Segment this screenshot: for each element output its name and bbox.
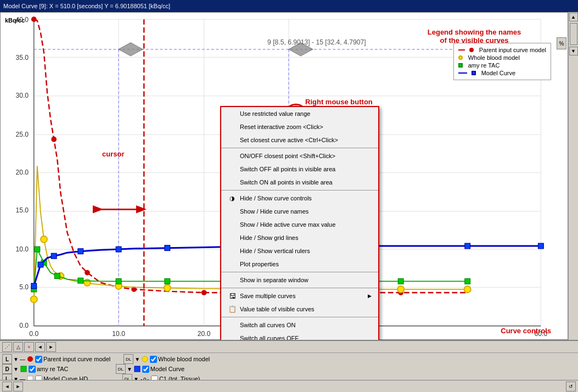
menu-separator-5 bbox=[221, 317, 378, 317]
svg-rect-54 bbox=[54, 273, 60, 279]
menu-switch-on-points[interactable]: Switch ON all points in visible area bbox=[221, 176, 378, 189]
svg-point-35 bbox=[51, 137, 57, 142]
svg-rect-55 bbox=[78, 278, 83, 283]
curve-type-L-1[interactable]: L bbox=[2, 354, 12, 364]
main-area: kBq/cc bbox=[0, 12, 578, 340]
menu-label-show-hide-max: Show / Hide active curve max value bbox=[240, 221, 335, 228]
svg-rect-61 bbox=[398, 279, 403, 284]
svg-text:20.0: 20.0 bbox=[198, 330, 211, 338]
curve-color-dot-red bbox=[26, 355, 34, 363]
svg-point-50 bbox=[464, 286, 471, 293]
svg-point-46 bbox=[164, 284, 171, 291]
menu-icon-empty11 bbox=[228, 260, 237, 268]
scroll-right-button[interactable]: ► bbox=[46, 342, 56, 352]
menu-switch-all-on[interactable]: Switch all curves ON bbox=[221, 318, 378, 332]
menu-save-multiple[interactable]: 🖫 Save multiple curves bbox=[221, 289, 378, 303]
menu-icon-empty5 bbox=[228, 165, 237, 173]
menu-separator-1 bbox=[221, 148, 378, 148]
curve-checkbox-c1[interactable] bbox=[151, 376, 158, 380]
menu-show-hide-max[interactable]: Show / Hide active curve max value bbox=[221, 218, 378, 231]
svg-text:10.0: 10.0 bbox=[112, 330, 125, 338]
curve-checkbox-parent[interactable] bbox=[35, 356, 42, 363]
curve-dl-1[interactable]: DL bbox=[124, 354, 133, 364]
svg-rect-66 bbox=[78, 249, 83, 254]
tool-btn-2[interactable]: △ bbox=[13, 342, 23, 352]
menu-icon-table: 📋 bbox=[228, 305, 237, 313]
svg-rect-87 bbox=[27, 376, 33, 380]
svg-point-34 bbox=[31, 16, 37, 22]
curve-checkbox-amy[interactable] bbox=[29, 366, 36, 373]
svg-rect-68 bbox=[165, 245, 170, 251]
svg-text:5.0: 5.0 bbox=[19, 283, 29, 291]
menu-icon-empty9 bbox=[228, 233, 237, 242]
curve-label-hd: Model Curve HD bbox=[43, 376, 109, 380]
menu-hide-show-rulers[interactable]: Hide / Show vertical rulers bbox=[221, 244, 378, 257]
curve-dash-1: — bbox=[20, 376, 25, 380]
menu-label-set-closest: Set closest curve active <Ctrl+Click> bbox=[240, 137, 338, 143]
menu-switch-all-off[interactable]: Switch all curves OFF bbox=[221, 332, 378, 340]
menu-reset-zoom[interactable]: Reset interactive zoom <Click> bbox=[221, 120, 378, 133]
menu-label-use-restricted: Use restricted value range bbox=[240, 110, 310, 117]
menu-separator-3 bbox=[221, 272, 378, 272]
menu-icon-empty6 bbox=[228, 178, 237, 187]
svg-rect-72 bbox=[465, 243, 470, 249]
svg-text:0.0: 0.0 bbox=[19, 322, 29, 329]
menu-use-restricted[interactable]: Use restricted value range bbox=[221, 107, 378, 120]
curve-dl-3[interactable]: DL bbox=[122, 374, 132, 380]
curve-arrow-6[interactable]: ▼ bbox=[133, 376, 139, 380]
curve-arrow-4[interactable]: ▼ bbox=[127, 366, 132, 372]
menu-separator-4 bbox=[221, 288, 378, 288]
menu-label-switch-all-off: Switch all curves OFF bbox=[240, 335, 299, 340]
curve-type-L-3[interactable]: L bbox=[2, 374, 12, 380]
curve-type-D[interactable]: D bbox=[2, 364, 12, 374]
curve-arrow-2[interactable]: ▼ bbox=[134, 356, 140, 362]
bottom-controls-bar: ⋰ △ × ◄ ► L ▼ — Parent input curve model bbox=[0, 340, 578, 392]
nav-left-btn[interactable]: ◄ bbox=[2, 382, 12, 391]
curve-checkbox-hd[interactable] bbox=[35, 376, 42, 380]
menu-hide-show-grid[interactable]: Hide / Show grid lines bbox=[221, 231, 378, 244]
menu-value-table[interactable]: 📋 Value table of visible curves bbox=[221, 303, 378, 316]
curve-arrow-1[interactable]: ▼ bbox=[13, 356, 19, 362]
scroll-down-button[interactable]: ▼ bbox=[569, 47, 578, 55]
menu-plot-properties[interactable]: Plot properties bbox=[221, 257, 378, 271]
svg-point-83 bbox=[27, 356, 33, 362]
menu-icon-empty4 bbox=[228, 152, 237, 160]
legend-item-amy: amy re TAC bbox=[458, 62, 546, 69]
svg-text:10.0: 10.0 bbox=[15, 245, 29, 253]
menu-icon-half-circle: ◑ bbox=[228, 194, 237, 203]
menu-icon-empty7 bbox=[228, 207, 237, 216]
menu-icon-save: 🖫 bbox=[228, 292, 237, 300]
scroll-thumb[interactable] bbox=[570, 23, 577, 45]
scroll-up-button[interactable]: ▲ bbox=[569, 13, 578, 21]
menu-hide-show-controls[interactable]: ◑ Hide / Show curve controls bbox=[221, 192, 378, 205]
svg-rect-62 bbox=[465, 279, 470, 284]
curve-arrow-5[interactable]: ▼ bbox=[13, 376, 19, 380]
menu-label-switch-on-points: Switch ON all points in visible area bbox=[240, 179, 333, 186]
curve-checkbox-whole-blood[interactable] bbox=[150, 356, 157, 363]
curve-label-parent: Parent input curve model bbox=[43, 356, 110, 362]
vertical-scrollbar[interactable]: ▲ ▼ bbox=[568, 12, 578, 340]
nav-refresh-btn[interactable]: ↺ bbox=[566, 382, 576, 391]
svg-text:35.0: 35.0 bbox=[15, 54, 29, 61]
legend-label-parent: Parent input curve model bbox=[479, 47, 546, 53]
curve-row-3: L ▼ — Model Curve HD DL ▼ -o- C1 (tot. T… bbox=[2, 374, 576, 380]
chart-area[interactable]: kBq/cc bbox=[0, 12, 568, 340]
percent-button[interactable]: % bbox=[557, 37, 566, 49]
menu-show-separate[interactable]: Show in separate window bbox=[221, 273, 378, 287]
curve-checkbox-model[interactable] bbox=[142, 366, 149, 373]
curve-row-2: D ▼ amy re TAC DL ▼ Model Curve bbox=[2, 364, 576, 374]
tool-btn-1[interactable]: ⋰ bbox=[2, 342, 12, 352]
nav-right-btn[interactable]: ► bbox=[13, 382, 23, 391]
menu-switch-off-points[interactable]: Switch OFF all points in visible area bbox=[221, 163, 378, 176]
title-bar: Model Curve [9]: X = 510.0 [seconds] Y =… bbox=[0, 0, 578, 12]
bottom-nav-row: ◄ ► ↺ bbox=[0, 380, 578, 392]
curve-arrow-3[interactable]: ▼ bbox=[13, 366, 19, 372]
tool-btn-close[interactable]: × bbox=[24, 342, 34, 352]
scroll-left-button[interactable]: ◄ bbox=[35, 342, 45, 352]
menu-onoff-point[interactable]: ON/OFF closest point <Shift+Click> bbox=[221, 149, 378, 163]
menu-show-hide-names[interactable]: Show / Hide curve names bbox=[221, 205, 378, 218]
curve-color-sq-green bbox=[20, 365, 27, 373]
curve-dl-2[interactable]: DL bbox=[116, 364, 126, 374]
menu-label-reset-zoom: Reset interactive zoom <Click> bbox=[240, 124, 323, 130]
menu-set-closest[interactable]: Set closest curve active <Ctrl+Click> bbox=[221, 133, 378, 147]
